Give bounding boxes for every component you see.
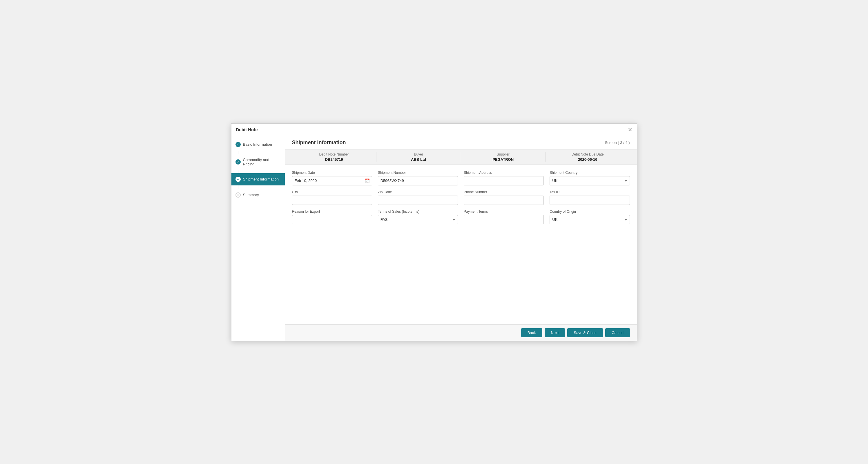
back-button[interactable]: Back: [521, 328, 542, 337]
supplier-label: Supplier: [461, 152, 546, 156]
form-group-zip-code: Zip Code: [378, 190, 458, 205]
step-icon-basic: ✓: [236, 142, 241, 147]
country-of-origin-select[interactable]: UK: [550, 215, 630, 224]
reason-for-export-input[interactable]: [292, 215, 372, 224]
due-date-label: Debit Note Due Date: [546, 152, 630, 156]
phone-number-label: Phone Number: [464, 190, 544, 194]
next-button[interactable]: Next: [545, 328, 565, 337]
shipment-number-input[interactable]: [378, 176, 458, 185]
supplier-value: PEGATRON: [461, 157, 546, 162]
calendar-icon[interactable]: 📅: [365, 178, 370, 183]
sidebar-label-shipment: Shipment Information: [243, 177, 279, 181]
save-close-button[interactable]: Save & Close: [567, 328, 603, 337]
main-content: Shipment Information Screen ( 3 / 4 ) De…: [285, 136, 637, 341]
form-group-payment-terms: Payment Terms: [464, 209, 544, 224]
payment-terms-input[interactable]: [464, 215, 544, 224]
form-group-tax-id: Tax ID: [550, 190, 630, 205]
step-icon-shipment: ●: [236, 177, 241, 182]
shipment-date-input[interactable]: [292, 176, 372, 185]
tax-id-label: Tax ID: [550, 190, 630, 194]
sidebar-label-commodity: Commodity and Pricing: [243, 157, 281, 166]
form-group-shipment-address: Shipment Address: [464, 171, 544, 185]
screen-indicator: Screen ( 3 / 4 ): [605, 141, 630, 145]
sidebar-divider-1: [238, 151, 238, 154]
sidebar-label-summary: Summary: [243, 193, 259, 197]
form-area: Shipment Date 📅 Shipment Number: [285, 165, 637, 324]
debit-note-number-value: DB245719: [292, 157, 376, 162]
shipment-address-input[interactable]: [464, 176, 544, 185]
tax-id-input[interactable]: [550, 196, 630, 205]
step-icon-commodity: ✓: [236, 159, 241, 165]
buyer-value: ABB Ltd: [376, 157, 461, 162]
form-group-country-of-origin: Country of Origin UK: [550, 209, 630, 224]
debit-note-number-label: Debit Note Number: [292, 152, 376, 156]
buyer-label: Buyer: [376, 152, 461, 156]
content-header: Shipment Information Screen ( 3 / 4 ): [285, 136, 637, 149]
phone-number-input[interactable]: [464, 196, 544, 205]
terms-of-sales-label: Terms of Sales (Incoterms): [378, 209, 458, 213]
sidebar-divider-2: [238, 170, 238, 173]
shipment-date-label: Shipment Date: [292, 171, 372, 175]
form-grid: Shipment Date 📅 Shipment Number: [292, 171, 630, 224]
modal-body: ✓ Basic Information ✓ Commodity and Pric…: [231, 136, 637, 341]
terms-of-sales-select[interactable]: FAS: [378, 215, 458, 224]
shipment-number-label: Shipment Number: [378, 171, 458, 175]
form-group-shipment-date: Shipment Date 📅: [292, 171, 372, 185]
form-group-city: City: [292, 190, 372, 205]
cancel-button[interactable]: Cancel: [605, 328, 630, 337]
summary-buyer: Buyer ABB Ltd: [376, 152, 461, 162]
form-group-terms-of-sales: Terms of Sales (Incoterms) FAS: [378, 209, 458, 224]
zip-code-input[interactable]: [378, 196, 458, 205]
summary-bar: Debit Note Number DB245719 Buyer ABB Ltd…: [285, 149, 637, 165]
content-title: Shipment Information: [292, 140, 346, 146]
summary-debit-note-number: Debit Note Number DB245719: [292, 152, 377, 162]
payment-terms-label: Payment Terms: [464, 209, 544, 213]
shipment-date-input-wrapper: 📅: [292, 176, 372, 185]
city-label: City: [292, 190, 372, 194]
reason-for-export-label: Reason for Export: [292, 209, 372, 213]
modal-title: Debit Note: [236, 127, 258, 132]
sidebar-item-commodity-and-pricing[interactable]: ✓ Commodity and Pricing: [231, 154, 285, 170]
modal-footer: Back Next Save & Close Cancel: [285, 324, 637, 341]
sidebar-item-shipment-information[interactable]: ● Shipment Information: [231, 173, 285, 185]
form-group-shipment-country: Shipment Country UK: [550, 171, 630, 185]
country-of-origin-label: Country of Origin: [550, 209, 630, 213]
close-button[interactable]: ✕: [628, 126, 632, 133]
shipment-address-label: Shipment Address: [464, 171, 544, 175]
sidebar-label-basic: Basic Information: [243, 142, 272, 147]
modal-header: Debit Note ✕: [231, 124, 637, 136]
form-group-reason-for-export: Reason for Export: [292, 209, 372, 224]
summary-supplier: Supplier PEGATRON: [461, 152, 546, 162]
due-date-value: 2020-06-16: [546, 157, 630, 162]
shipment-country-label: Shipment Country: [550, 171, 630, 175]
sidebar-item-basic-information[interactable]: ✓ Basic Information: [231, 138, 285, 151]
form-section: Shipment Date 📅 Shipment Number: [292, 171, 630, 224]
sidebar-item-summary[interactable]: ○ Summary: [231, 189, 285, 201]
summary-due-date: Debit Note Due Date 2020-06-16: [546, 152, 630, 162]
sidebar: ✓ Basic Information ✓ Commodity and Pric…: [231, 136, 285, 341]
step-icon-summary: ○: [236, 193, 241, 198]
sidebar-divider-3: [238, 185, 238, 189]
city-input[interactable]: [292, 196, 372, 205]
shipment-country-select[interactable]: UK: [550, 176, 630, 185]
debit-note-modal: Debit Note ✕ ✓ Basic Information ✓ Commo…: [231, 123, 637, 341]
zip-code-label: Zip Code: [378, 190, 458, 194]
form-group-phone-number: Phone Number: [464, 190, 544, 205]
form-group-shipment-number: Shipment Number: [378, 171, 458, 185]
